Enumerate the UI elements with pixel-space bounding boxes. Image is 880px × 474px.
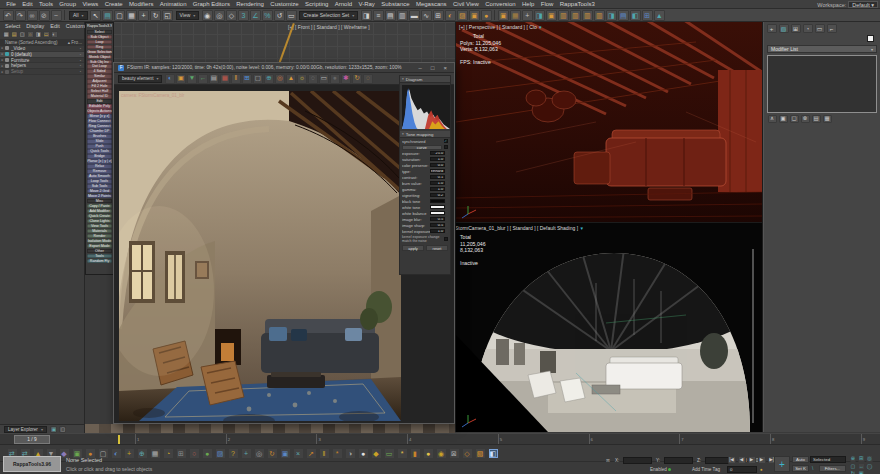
explorer-mode-dropdown[interactable]: Layer Explorer▾ bbox=[4, 426, 47, 433]
spline-object[interactable] bbox=[277, 23, 295, 67]
time-slider-handle[interactable]: 1 / 9 bbox=[14, 435, 50, 444]
playback-button[interactable]: |◀ bbox=[728, 456, 736, 464]
toolbar-icon[interactable]: ⊘ bbox=[39, 10, 50, 21]
custom-tool-icon[interactable]: ◇ bbox=[462, 448, 473, 459]
navigation-button[interactable]: ↻ bbox=[850, 470, 857, 474]
vfb-tool-icon[interactable]: ● bbox=[330, 74, 340, 84]
x-coord-field[interactable] bbox=[623, 457, 652, 464]
spinner-control[interactable] bbox=[446, 211, 449, 216]
parameter-value-field[interactable]: 1.0 bbox=[430, 229, 445, 234]
frozen-toggle-icon[interactable]: • bbox=[77, 63, 84, 68]
menu-item[interactable]: File bbox=[3, 1, 19, 7]
modifier-list-dropdown[interactable]: Modifier List ▾ bbox=[767, 45, 877, 53]
stack-button-icon[interactable]: ▤ bbox=[812, 115, 821, 123]
custom-tool-icon[interactable]: ▭ bbox=[384, 448, 395, 459]
custom-tool-icon[interactable]: ▣ bbox=[280, 448, 291, 459]
layer-name[interactable]: Furniture bbox=[11, 58, 77, 63]
toolbar-icon[interactable]: ↺ bbox=[274, 10, 285, 21]
workspace-value[interactable]: Default ▾ bbox=[848, 1, 878, 8]
stack-button-icon[interactable]: ▣ bbox=[779, 115, 788, 123]
menu-item[interactable]: Graph Editors bbox=[190, 1, 233, 7]
display-filter-icon[interactable]: ▤ bbox=[11, 31, 18, 38]
parameter-value-field[interactable]: reinhard bbox=[430, 169, 445, 174]
navigation-button[interactable]: ⊕ bbox=[850, 455, 857, 462]
rappatools-button[interactable]: Render bbox=[87, 234, 112, 238]
custom-tool-icon[interactable]: ◑ bbox=[345, 448, 356, 459]
parameter-value-field[interactable]: 1.0 bbox=[430, 187, 445, 192]
stack-button-icon[interactable]: ⊗ bbox=[801, 115, 810, 123]
custom-tool-icon[interactable]: ⊕ bbox=[137, 448, 148, 459]
toolbar-icon[interactable]: 3 bbox=[238, 10, 249, 21]
rappatools-button[interactable]: 4 Sided bbox=[87, 69, 112, 73]
parameter-value-field[interactable]: 0.5 bbox=[430, 223, 445, 228]
spinner-control[interactable] bbox=[446, 205, 449, 210]
vfb-tool-icon[interactable]: ◌ bbox=[363, 74, 373, 84]
stack-button-icon[interactable]: ∧ bbox=[768, 115, 777, 123]
menu-item[interactable]: Tools bbox=[36, 1, 56, 7]
vfb-tool-icon[interactable]: ▦ bbox=[220, 74, 230, 84]
display-filter-icon[interactable]: ☼ bbox=[27, 31, 34, 38]
menu-item[interactable]: Flow bbox=[538, 1, 557, 7]
menu-item[interactable]: Conversion bbox=[482, 1, 519, 7]
spinner-control[interactable] bbox=[446, 175, 449, 180]
spinner-control[interactable] bbox=[446, 151, 449, 156]
layer-name[interactable]: Setup bbox=[11, 69, 77, 74]
time-slider[interactable]: 1 / 9 123456789 bbox=[0, 433, 880, 445]
command-panel-tab-icon[interactable]: ▭ bbox=[815, 24, 825, 33]
toolbar-icon[interactable]: ∠ bbox=[250, 10, 261, 21]
rappatools-button[interactable]: Tools bbox=[87, 254, 112, 258]
close-button[interactable]: × bbox=[440, 65, 450, 71]
rappatools-button[interactable]: Ring bbox=[87, 45, 112, 49]
rappatools-button[interactable]: Planar [x | y | z] bbox=[87, 159, 112, 163]
render-element-dropdown[interactable]: beauty element▾ bbox=[118, 75, 162, 83]
rappatools-button[interactable]: Edit bbox=[87, 99, 112, 103]
navigation-button[interactable]: ⊞ bbox=[858, 455, 865, 462]
toolbar-icon[interactable]: ∿ bbox=[421, 10, 432, 21]
toolbar-icon[interactable]: ▲ bbox=[654, 10, 665, 21]
toolbar-icon[interactable]: ◧ bbox=[630, 10, 641, 21]
current-frame-field[interactable]: 0 bbox=[727, 466, 757, 473]
toolbar-icon[interactable]: ↷ bbox=[15, 10, 26, 21]
rappatools-button[interactable]: Export Mode bbox=[87, 244, 112, 248]
vfb-tool-icon[interactable]: ☼ bbox=[297, 74, 307, 84]
custom-tool-icon[interactable]: ◔ bbox=[163, 448, 174, 459]
toolbar-icon[interactable]: ▣ bbox=[498, 10, 509, 21]
set-keys-button[interactable]: + bbox=[774, 456, 790, 472]
toolbar-icon[interactable]: ~ bbox=[51, 10, 62, 21]
command-panel-tab-icon[interactable]: ⊞ bbox=[791, 24, 801, 33]
reset-button[interactable]: reset bbox=[426, 245, 448, 251]
toolbar-icon[interactable]: ▥ bbox=[570, 10, 581, 21]
vfb-tool-icon[interactable]: ▭ bbox=[319, 74, 329, 84]
note-checkbox[interactable] bbox=[444, 237, 449, 242]
custom-tool-icon[interactable]: ◆ bbox=[371, 448, 382, 459]
toolbar-icon[interactable]: ▥ bbox=[594, 10, 605, 21]
rappatools-launcher-button[interactable]: RappaTools3.96 bbox=[3, 456, 61, 472]
rappatools-button[interactable]: Objects Actions bbox=[87, 109, 112, 113]
key-filters-button[interactable]: Filters... bbox=[819, 465, 846, 472]
enabled-toggle[interactable]: Enabled bbox=[650, 467, 672, 472]
rappatools-button[interactable]: Similar bbox=[87, 74, 112, 78]
custom-tool-icon[interactable]: ↗ bbox=[306, 448, 317, 459]
frozen-toggle-icon[interactable]: • bbox=[77, 69, 84, 74]
vfb-tool-icon[interactable]: ⊕ bbox=[264, 74, 274, 84]
custom-tool-icon[interactable]: ▧ bbox=[475, 448, 486, 459]
vfb-tool-icon[interactable]: ‖ bbox=[231, 74, 241, 84]
menu-item[interactable]: Animation bbox=[157, 1, 190, 7]
toolbar-icon[interactable]: ◱ bbox=[162, 10, 173, 21]
rappatools-button[interactable]: Select bbox=[87, 30, 112, 34]
menu-item[interactable]: Rendering bbox=[233, 1, 267, 7]
rappatools-button[interactable]: Editable Poly bbox=[87, 104, 112, 108]
rappatools-button[interactable]: Relax bbox=[87, 164, 112, 168]
layer-row[interactable]: ▸ Setup • bbox=[0, 69, 84, 75]
toolbar-icon[interactable]: ≡ bbox=[373, 10, 384, 21]
filter-icon[interactable]: ▼ bbox=[538, 25, 542, 30]
viewport-perspective[interactable]: [+] [ Perspective ] [ Standard ] [ Clo ▼… bbox=[456, 22, 762, 222]
named-selection-set-dropdown[interactable]: Create Selection Set▾ bbox=[299, 11, 358, 20]
navigation-button[interactable]: ◯ bbox=[866, 463, 873, 470]
set-key-button[interactable]: Set K bbox=[792, 465, 809, 472]
display-filter-icon[interactable]: ▭ bbox=[43, 31, 50, 38]
parameter-value-field[interactable]: 0.1 bbox=[430, 175, 445, 180]
diagram-rollout-header[interactable]: ▾ Diagram bbox=[400, 76, 450, 83]
viewport-splitter-vertical[interactable] bbox=[455, 22, 456, 432]
menu-item[interactable]: Arnold bbox=[332, 1, 356, 7]
